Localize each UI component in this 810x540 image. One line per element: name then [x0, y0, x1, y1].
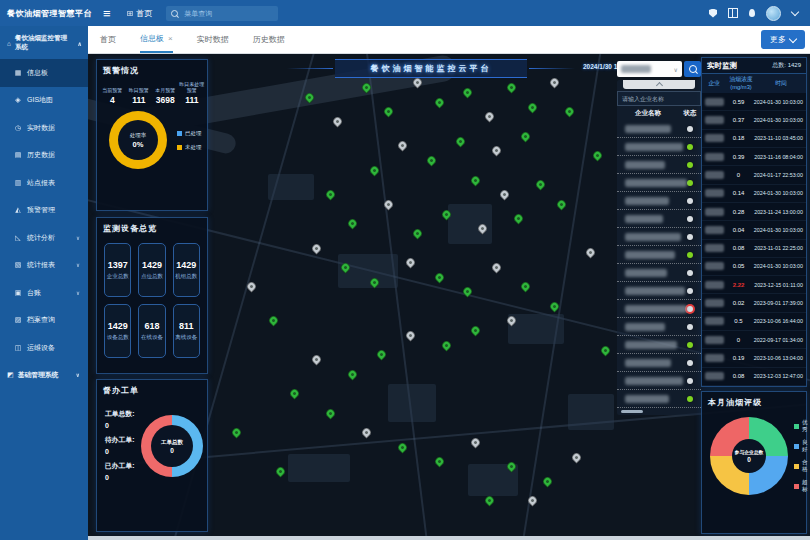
- map-pin-offline[interactable]: [490, 144, 503, 157]
- map-pin-online[interactable]: [346, 217, 359, 230]
- company-row[interactable]: [617, 282, 701, 300]
- collapse-toggle[interactable]: [623, 80, 695, 89]
- company-row[interactable]: [617, 210, 701, 228]
- map-pin-online[interactable]: [382, 106, 395, 119]
- hamburger-menu-icon[interactable]: ≡: [103, 7, 111, 20]
- map-pin-online[interactable]: [288, 387, 301, 400]
- map-pin-online[interactable]: [519, 281, 532, 294]
- sidebar-group-smoke-system[interactable]: ⌂ 餐饮油烟监控管理系统 ∧: [0, 26, 88, 59]
- close-icon[interactable]: ×: [168, 34, 173, 43]
- map-pin-offline[interactable]: [584, 247, 597, 260]
- map-pin-offline[interactable]: [397, 140, 410, 153]
- nav-home-link[interactable]: ⊞ 首页: [127, 8, 153, 19]
- device-stat-box[interactable]: 618在线设备: [138, 304, 165, 358]
- map-pin-online[interactable]: [512, 213, 525, 226]
- horizontal-scrollbar[interactable]: [621, 410, 643, 413]
- map-pin-offline[interactable]: [483, 110, 496, 123]
- map-pin-online[interactable]: [274, 465, 287, 478]
- map-pin-online[interactable]: [555, 198, 568, 211]
- flame-icon[interactable]: [749, 9, 755, 17]
- map-pin-online[interactable]: [563, 106, 576, 119]
- company-search-button[interactable]: [684, 61, 701, 77]
- sidebar-item-2[interactable]: ◈GIS地图: [0, 87, 88, 115]
- layout-icon[interactable]: [728, 8, 738, 18]
- tab-1[interactable]: 首页: [100, 26, 116, 53]
- more-button[interactable]: 更多: [761, 30, 805, 49]
- map-pin-online[interactable]: [483, 494, 496, 507]
- device-stat-box[interactable]: 1429点位总数: [138, 243, 165, 297]
- company-row[interactable]: [617, 354, 701, 372]
- map-pin-offline[interactable]: [469, 436, 482, 449]
- map-pin-offline[interactable]: [404, 329, 417, 342]
- map-pin-online[interactable]: [433, 96, 446, 109]
- map-pin-online[interactable]: [599, 344, 612, 357]
- map-pin-online[interactable]: [425, 154, 438, 167]
- menu-search-input[interactable]: [182, 9, 266, 18]
- company-row[interactable]: [617, 192, 701, 210]
- map-pin-online[interactable]: [346, 368, 359, 381]
- sidebar-item-1[interactable]: ▦信息板: [0, 59, 88, 87]
- map-pin-online[interactable]: [324, 188, 337, 201]
- sidebar-item-7[interactable]: ◺统计分析∨: [0, 224, 88, 252]
- map-pin-offline[interactable]: [490, 261, 503, 274]
- map-pin-online[interactable]: [454, 135, 467, 148]
- sidebar-item-6[interactable]: ◭预警管理: [0, 197, 88, 225]
- shield-icon[interactable]: [709, 9, 717, 18]
- chevron-down-icon[interactable]: [791, 8, 799, 16]
- sidebar-item-4[interactable]: ▤历史数据: [0, 142, 88, 170]
- sidebar-item-8[interactable]: ▧统计报表∨: [0, 252, 88, 280]
- menu-search-box[interactable]: [166, 6, 278, 21]
- company-row[interactable]: [617, 336, 701, 354]
- map-pin-online[interactable]: [469, 324, 482, 337]
- company-name-input[interactable]: [617, 91, 701, 106]
- company-row[interactable]: [617, 156, 701, 174]
- tab-3[interactable]: 实时数据: [197, 26, 229, 53]
- map-pin-online[interactable]: [411, 227, 424, 240]
- sidebar-item-10[interactable]: ▨档案查询: [0, 307, 88, 335]
- company-row[interactable]: [617, 174, 701, 192]
- map-pin-online[interactable]: [397, 441, 410, 454]
- map-pin-offline[interactable]: [548, 76, 561, 89]
- user-avatar[interactable]: [766, 6, 781, 21]
- map-pin-online[interactable]: [231, 426, 244, 439]
- map-pin-online[interactable]: [440, 339, 453, 352]
- map-pin-offline[interactable]: [498, 188, 511, 201]
- sidebar-item-11[interactable]: ◫运维设备: [0, 334, 88, 362]
- map-pin-online[interactable]: [592, 149, 605, 162]
- company-row[interactable]: [617, 246, 701, 264]
- map-pin-offline[interactable]: [404, 256, 417, 269]
- map-pin-offline[interactable]: [310, 242, 323, 255]
- map-pin-online[interactable]: [433, 456, 446, 469]
- map-pin-online[interactable]: [433, 271, 446, 284]
- map-pin-offline[interactable]: [570, 451, 583, 464]
- sidebar-item-3[interactable]: ◷实时数据: [0, 114, 88, 142]
- sidebar-group-base-system[interactable]: ◩ 基础管理系统 ∨: [0, 362, 88, 389]
- company-row[interactable]: [617, 264, 701, 282]
- map-pin-offline[interactable]: [332, 115, 345, 128]
- map-pin-online[interactable]: [462, 86, 475, 99]
- map-pin-online[interactable]: [324, 407, 337, 420]
- map-pin-online[interactable]: [469, 174, 482, 187]
- company-row[interactable]: [617, 228, 701, 246]
- map-pin-offline[interactable]: [360, 426, 373, 439]
- map-pin-online[interactable]: [267, 315, 280, 328]
- company-row[interactable]: [617, 300, 701, 318]
- tab-4[interactable]: 历史数据: [253, 26, 285, 53]
- company-row[interactable]: [617, 318, 701, 336]
- region-select[interactable]: ∨: [617, 61, 682, 77]
- map-pin-online[interactable]: [375, 349, 388, 362]
- sidebar-item-9[interactable]: ▣台账∨: [0, 279, 88, 307]
- company-row[interactable]: [617, 120, 701, 138]
- company-row[interactable]: [617, 372, 701, 390]
- map-pin-offline[interactable]: [310, 353, 323, 366]
- map-pin-online[interactable]: [368, 164, 381, 177]
- device-stat-box[interactable]: 1429设备总数: [104, 304, 131, 358]
- company-row[interactable]: [617, 390, 701, 408]
- map-pin-online[interactable]: [534, 178, 547, 191]
- map-pin-online[interactable]: [527, 101, 540, 114]
- tab-2[interactable]: 信息板×: [140, 26, 173, 53]
- sidebar-item-5[interactable]: ▥站点报表: [0, 169, 88, 197]
- map-pin-online[interactable]: [541, 475, 554, 488]
- company-row[interactable]: [617, 138, 701, 156]
- device-stat-box[interactable]: 1429机组总数: [173, 243, 200, 297]
